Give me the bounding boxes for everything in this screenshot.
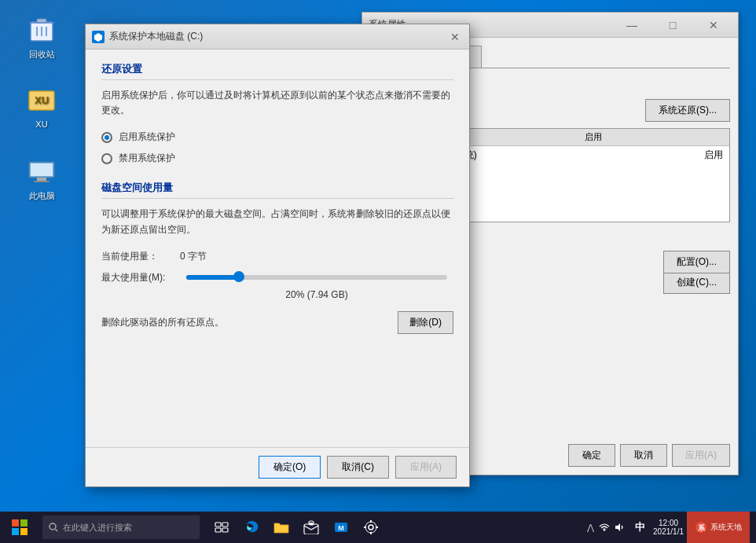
clock: 12:00 2021/1/1	[653, 519, 684, 536]
sys-props-footer-buttons: 确定 取消 应用(A)	[568, 444, 730, 467]
radio-disable-circle	[101, 153, 112, 164]
svg-rect-29	[376, 526, 378, 528]
delete-row: 删除此驱动器的所有还原点。 删除(D)	[101, 311, 453, 334]
outlook-icon: M	[333, 519, 349, 535]
date: 2021/1/1	[653, 527, 684, 536]
edge-browser-btn[interactable]	[237, 513, 266, 541]
slider-row: 最大使用量(M):	[101, 271, 453, 284]
svg-rect-15	[215, 523, 221, 526]
taskbar-app-icons: M	[207, 513, 385, 541]
current-usage-row: 当前使用量： 0 字节	[101, 250, 453, 263]
xu-icon: XU	[26, 85, 57, 116]
svg-rect-9	[31, 163, 53, 176]
svg-rect-17	[215, 528, 221, 532]
dialog-apply-btn[interactable]: 应用(A)	[395, 456, 457, 479]
task-view-btn[interactable]	[207, 513, 236, 541]
edge-icon	[244, 519, 259, 535]
time: 12:00	[659, 519, 678, 527]
svg-rect-16	[222, 523, 228, 526]
svg-point-25	[365, 522, 376, 533]
disk-space-title: 磁盘空间使用量	[101, 181, 453, 199]
restore-section-title: 还原设置	[101, 62, 453, 80]
tiantai-label: 系统天地	[710, 522, 742, 533]
config-btn[interactable]: 配置(O)...	[663, 251, 730, 273]
volume-icon	[615, 522, 626, 533]
delete-label: 删除此驱动器的所有还原点。	[101, 316, 224, 329]
dialog-ok-btn[interactable]: 确定(O)	[259, 456, 321, 479]
settings-app-btn[interactable]	[357, 513, 385, 541]
slider-track[interactable]	[186, 275, 447, 280]
create-btn[interactable]: 创建(C)...	[663, 271, 730, 294]
system-restore-btn[interactable]: 系统还原(S)...	[645, 99, 730, 122]
svg-rect-27	[370, 532, 372, 534]
xitong-tiantai-btn[interactable]: 系 系统天地	[687, 512, 750, 543]
slider-fill	[186, 275, 238, 280]
folder-icon	[273, 520, 289, 534]
taskbar: 在此键入进行搜索	[0, 512, 756, 543]
svg-marker-30	[615, 523, 620, 531]
svg-line-14	[56, 530, 58, 532]
taskbar-search[interactable]: 在此键入进行搜索	[42, 515, 200, 539]
sys-props-cancel-btn[interactable]: 取消	[620, 444, 667, 467]
svg-rect-21	[310, 523, 313, 525]
dialog-titlebar: 系统保护本地磁盘 (C:) ✕	[86, 24, 469, 50]
recycle-bin-label: 回收站	[29, 49, 55, 61]
mail-icon	[303, 520, 319, 534]
file-explorer-btn[interactable]	[267, 513, 295, 541]
lang-indicator[interactable]: 中	[630, 520, 650, 534]
mail-btn[interactable]	[297, 513, 325, 541]
radio-enable-item[interactable]: 启用系统保护	[101, 130, 453, 144]
outlook-btn[interactable]: M	[327, 513, 355, 541]
svg-text:系: 系	[697, 524, 706, 532]
windows-logo-icon	[12, 519, 28, 535]
sys-props-close-btn[interactable]: ✕	[695, 14, 732, 36]
dialog-cancel-btn[interactable]: 取消(C)	[327, 456, 389, 479]
svg-rect-26	[370, 520, 372, 523]
main-dialog: 系统保护本地磁盘 (C:) ✕ 还原设置 启用系统保护后，你可以通过及时将计算机…	[85, 24, 470, 487]
start-button[interactable]	[0, 512, 39, 543]
radio-enable-circle	[101, 132, 112, 143]
svg-rect-10	[37, 178, 46, 181]
recycle-bin-icon	[26, 14, 57, 46]
gear-icon	[363, 519, 379, 535]
current-usage-value: 0 字节	[180, 250, 207, 263]
svg-point-13	[50, 523, 56, 530]
search-icon	[49, 523, 58, 532]
svg-rect-28	[364, 526, 366, 528]
search-placeholder: 在此键入进行搜索	[63, 522, 132, 534]
radio-enable-label: 启用系统保护	[119, 130, 175, 144]
slider-percent-display: 20% (7.94 GB)	[180, 289, 453, 300]
disk-space-desc: 可以调整用于系统保护的最大磁盘空间。占满空间时，系统将删除较旧的还原点以便为新还…	[101, 207, 453, 237]
desktop-icon-this-pc[interactable]: 此电脑	[14, 156, 69, 202]
this-pc-icon	[26, 156, 57, 187]
desktop-icon-recycle-bin[interactable]: 回收站	[14, 14, 69, 61]
xu-label: XU	[35, 119, 47, 129]
sys-props-maximize-btn[interactable]: □	[655, 14, 691, 36]
current-usage-label: 当前使用量：	[101, 250, 180, 263]
sys-props-minimize-btn[interactable]: —	[614, 14, 650, 36]
radio-disable-item[interactable]: 禁用系统保护	[101, 152, 453, 165]
taskbar-right: ⋀ 中 12:00 2021/1/1	[587, 512, 756, 543]
delete-btn[interactable]: 删除(D)	[398, 311, 453, 334]
dialog-footer: 确定(O) 取消(C) 应用(A)	[86, 447, 469, 486]
dialog-title-text: 系统保护本地磁盘 (C:)	[109, 30, 442, 43]
dialog-content: 还原设置 启用系统保护后，你可以通过及时将计算机还原到以前的某个状态点来撤消不需…	[86, 50, 469, 447]
tray-icons: ⋀ 中	[587, 520, 650, 534]
svg-point-24	[369, 525, 373, 530]
desktop: 回收站 XU XU 此电脑 系统属性 — □ ✕	[0, 0, 756, 543]
this-pc-label: 此电脑	[29, 190, 55, 202]
svg-rect-11	[34, 181, 50, 182]
sys-props-ok-btn[interactable]: 确定	[568, 444, 615, 467]
dialog-title-icon	[92, 31, 105, 43]
xitong-logo-icon: 系	[695, 521, 707, 534]
desktop-icon-xu[interactable]: XU XU	[14, 85, 69, 129]
dialog-close-btn[interactable]: ✕	[447, 29, 463, 45]
caret-icon[interactable]: ⋀	[587, 523, 594, 533]
svg-rect-18	[222, 528, 228, 532]
slider-thumb[interactable]	[233, 271, 244, 282]
max-usage-label: 最大使用量(M):	[101, 271, 180, 284]
sys-props-apply-btn[interactable]: 应用(A)	[672, 444, 730, 467]
svg-text:XU: XU	[35, 94, 49, 106]
radio-disable-label: 禁用系统保护	[119, 152, 175, 165]
disk-space-section: 磁盘空间使用量 可以调整用于系统保护的最大磁盘空间。占满空间时，系统将删除较旧的…	[101, 181, 453, 333]
